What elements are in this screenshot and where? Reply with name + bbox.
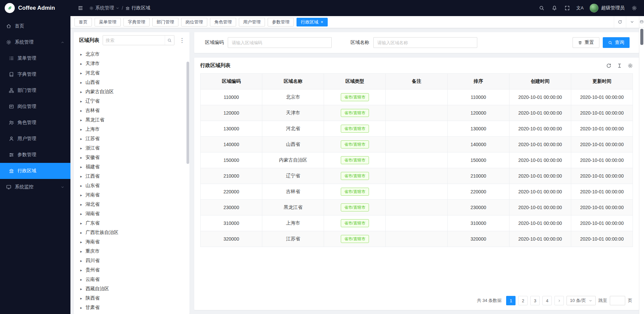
- breadcrumb-item-region[interactable]: 行政区域: [125, 5, 150, 11]
- page-scrollbar[interactable]: [639, 16, 644, 314]
- sidebar-item-home[interactable]: 首页: [0, 18, 70, 34]
- caret-right-icon[interactable]: ▸: [79, 231, 83, 235]
- caret-right-icon[interactable]: ▸: [79, 90, 83, 94]
- tree-item[interactable]: ▸ 吉林省: [76, 106, 190, 115]
- caret-right-icon[interactable]: ▸: [79, 174, 83, 179]
- menu-collapse-icon[interactable]: [75, 0, 86, 16]
- tree-item[interactable]: ▸ 甘肃省: [76, 303, 190, 312]
- close-icon[interactable]: ×: [321, 20, 323, 24]
- tree-scrollbar[interactable]: [186, 48, 189, 313]
- sidebar-item-region[interactable]: 行政区域: [0, 163, 70, 179]
- sidebar-item-post-mgmt[interactable]: 岗位管理: [0, 99, 70, 115]
- search-icon[interactable]: [165, 36, 174, 45]
- tree-item[interactable]: ▸ 云南省: [76, 275, 190, 284]
- tree-item[interactable]: ▸ 内蒙古自治区: [76, 87, 190, 97]
- tab-param-mgmt[interactable]: 参数管理: [268, 18, 294, 26]
- sidebar-item-param-mgmt[interactable]: 参数管理: [0, 147, 70, 163]
- caret-right-icon[interactable]: ▸: [79, 277, 83, 282]
- page-button-1[interactable]: 1: [506, 296, 516, 305]
- tree-item[interactable]: ▸ 湖北省: [76, 200, 190, 209]
- tab-post-mgmt[interactable]: 岗位管理: [181, 18, 207, 26]
- tree-item[interactable]: ▸ 江苏省: [76, 134, 190, 143]
- caret-right-icon[interactable]: ▸: [79, 146, 83, 150]
- caret-right-icon[interactable]: ▸: [79, 240, 83, 244]
- tree-item[interactable]: ▸ 安徽省: [76, 153, 190, 162]
- tab-region[interactable]: 行政区域 ×: [297, 18, 328, 26]
- tree-item[interactable]: ▸ 浙江省: [76, 143, 190, 153]
- tab-user-mgmt[interactable]: 用户管理: [239, 18, 265, 26]
- fullscreen-icon[interactable]: [561, 0, 574, 16]
- caret-right-icon[interactable]: ▸: [79, 109, 83, 113]
- reset-button[interactable]: 重置: [573, 37, 599, 48]
- caret-right-icon[interactable]: ▸: [79, 52, 83, 57]
- breadcrumb-item-system[interactable]: 系统管理: [89, 5, 119, 11]
- caret-right-icon[interactable]: ▸: [79, 80, 83, 85]
- caret-right-icon[interactable]: ▸: [79, 62, 83, 66]
- page-scrollbar-thumb[interactable]: [640, 29, 643, 45]
- caret-right-icon[interactable]: ▸: [79, 71, 83, 75]
- search-icon[interactable]: [535, 0, 548, 16]
- caret-right-icon[interactable]: ▸: [79, 268, 83, 272]
- tree-scrollbar-thumb[interactable]: [186, 62, 189, 164]
- tree-item[interactable]: ▸ 辽宁省: [76, 97, 190, 106]
- tab-role-mgmt[interactable]: 角色管理: [210, 18, 236, 26]
- sidebar-item-user-mgmt[interactable]: 用户管理: [0, 131, 70, 147]
- region-name-input[interactable]: [373, 37, 477, 48]
- sidebar-item-dict-mgmt[interactable]: 字典管理: [0, 66, 70, 82]
- tab-dict-mgmt[interactable]: 字典管理: [123, 18, 150, 26]
- sidebar-item-menu-mgmt[interactable]: 菜单管理: [0, 50, 70, 66]
- caret-right-icon[interactable]: ▸: [79, 287, 83, 291]
- notification-bell-icon[interactable]: [548, 0, 561, 16]
- app-logo[interactable]: Coffee Admin: [0, 0, 70, 16]
- tree-item[interactable]: ▸ 上海市: [76, 125, 190, 134]
- refresh-page-icon[interactable]: [614, 16, 626, 28]
- tab-options-chevron-icon[interactable]: [626, 16, 638, 28]
- caret-right-icon[interactable]: ▸: [79, 249, 83, 254]
- window-panel-icon[interactable]: [639, 16, 644, 28]
- tab-dept-mgmt[interactable]: 部门管理: [152, 18, 178, 26]
- tree-item[interactable]: ▸ 广东省: [76, 218, 190, 228]
- tree-item[interactable]: ▸ 山东省: [76, 181, 190, 190]
- sidebar-item-role-mgmt[interactable]: 角色管理: [0, 115, 70, 131]
- caret-right-icon[interactable]: ▸: [79, 212, 83, 216]
- caret-right-icon[interactable]: ▸: [79, 193, 83, 197]
- refresh-icon[interactable]: [606, 63, 611, 68]
- region-code-input[interactable]: [228, 37, 332, 48]
- tree-item[interactable]: ▸ 江西省: [76, 172, 190, 181]
- tree-item[interactable]: ▸ 广西壮族自治区: [76, 228, 190, 237]
- tree-item[interactable]: ▸ 青海省: [76, 312, 190, 314]
- jump-page-input[interactable]: [610, 296, 625, 305]
- column-settings-gear-icon[interactable]: [628, 63, 633, 68]
- page-button-4[interactable]: 4: [542, 296, 552, 305]
- caret-right-icon[interactable]: ▸: [79, 118, 83, 122]
- search-button[interactable]: 查询: [603, 37, 630, 48]
- next-page-button[interactable]: [554, 296, 564, 305]
- user-menu[interactable]: 超级管理员: [586, 0, 628, 16]
- sidebar-item-dept-mgmt[interactable]: 部门管理: [0, 82, 70, 99]
- tree-search-input[interactable]: [103, 36, 165, 45]
- caret-right-icon[interactable]: ▸: [79, 306, 83, 310]
- caret-right-icon[interactable]: ▸: [79, 99, 83, 104]
- tree-item[interactable]: ▸ 重庆市: [76, 247, 190, 256]
- caret-right-icon[interactable]: ▸: [79, 165, 83, 169]
- tree-item[interactable]: ▸ 山西省: [76, 78, 190, 87]
- caret-right-icon[interactable]: ▸: [79, 155, 83, 160]
- tab-home[interactable]: 首页: [74, 18, 92, 26]
- caret-right-icon[interactable]: ▸: [79, 259, 83, 263]
- tree-item[interactable]: ▸ 河南省: [76, 190, 190, 200]
- settings-gear-icon[interactable]: [628, 0, 641, 16]
- caret-right-icon[interactable]: ▸: [79, 137, 83, 141]
- tree-item[interactable]: ▸ 福建省: [76, 162, 190, 172]
- tree-item[interactable]: ▸ 四川省: [76, 256, 190, 265]
- page-button-3[interactable]: 3: [530, 296, 540, 305]
- tree-item[interactable]: ▸ 河北省: [76, 68, 190, 78]
- tree-item[interactable]: ▸ 海南省: [76, 237, 190, 247]
- tree-item[interactable]: ▸ 陕西省: [76, 294, 190, 303]
- caret-right-icon[interactable]: ▸: [79, 184, 83, 188]
- sidebar-item-system-monitor[interactable]: 系统监控: [0, 179, 70, 195]
- row-height-icon[interactable]: [617, 63, 622, 68]
- tree-item[interactable]: ▸ 北京市: [76, 50, 190, 59]
- tree-item[interactable]: ▸ 黑龙江省: [76, 115, 190, 125]
- tree-item[interactable]: ▸ 湖南省: [76, 209, 190, 218]
- caret-right-icon[interactable]: ▸: [79, 202, 83, 207]
